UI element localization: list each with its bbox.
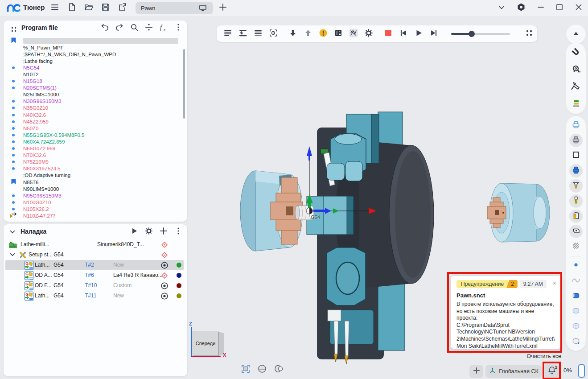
code-line[interactable]: N65G0Z2.959 bbox=[4, 145, 181, 152]
code-line[interactable]: ;OD Adaptive turning bbox=[4, 172, 181, 179]
notifications-bell-button[interactable]: 2 bbox=[545, 364, 559, 378]
toolpath-button[interactable] bbox=[349, 29, 358, 39]
sidebar-part-gray-button[interactable] bbox=[566, 133, 586, 148]
code-line[interactable]: N70X32.6 bbox=[4, 152, 181, 159]
code-line[interactable]: N40X32.6 bbox=[4, 111, 181, 118]
sidebar-part-outline-button[interactable] bbox=[566, 118, 586, 133]
chevron-down-icon[interactable] bbox=[9, 251, 18, 260]
sidebar-hatch-button[interactable] bbox=[566, 239, 586, 254]
open-file-button[interactable] bbox=[84, 3, 94, 13]
play-big-button[interactable] bbox=[414, 29, 424, 39]
wrap-lines-button[interactable] bbox=[223, 29, 233, 39]
line-gutter[interactable] bbox=[4, 80, 23, 82]
warning-notification[interactable]: Предупреждение 2 9:27 AM × Pawn.snct В п… bbox=[451, 276, 561, 349]
divide-button[interactable] bbox=[144, 24, 153, 33]
operation-row[interactable]: G Lath... G54 T#11 New bbox=[4, 291, 187, 301]
code-line[interactable]: N30G96S150M3 bbox=[4, 98, 181, 105]
minimize-button[interactable] bbox=[536, 3, 546, 13]
sidebar-band-grid-button[interactable] bbox=[566, 319, 586, 334]
expand-menu-button[interactable] bbox=[497, 4, 506, 13]
code-line[interactable]: %_N_Pawn_MPF bbox=[4, 44, 181, 51]
sidebar-stock-square-button[interactable] bbox=[566, 148, 586, 163]
code-line[interactable]: N105X26.2 bbox=[4, 206, 181, 212]
code-line[interactable]: N80X319Z524.5 bbox=[4, 165, 181, 172]
sidebar-band-solid-button[interactable] bbox=[566, 288, 586, 304]
align-lines-button[interactable] bbox=[253, 29, 263, 39]
sidebar-insert-button[interactable] bbox=[566, 224, 586, 239]
skip-start-button[interactable] bbox=[399, 29, 408, 39]
sidebar-band-light-button[interactable] bbox=[566, 304, 586, 319]
operation-row[interactable]: G OD F... G54 T#10 Custom bbox=[4, 280, 187, 291]
sidebar-camera-button[interactable] bbox=[566, 62, 586, 78]
code-line[interactable]: N55G1G95X-0.594M8F0.5 bbox=[4, 132, 181, 138]
arrow-down-button[interactable] bbox=[288, 29, 298, 39]
target-status-icon[interactable] bbox=[160, 260, 169, 269]
code-line[interactable]: N15G18 bbox=[4, 78, 181, 85]
code-line[interactable]: N75Z10M9 bbox=[4, 159, 181, 165]
plus-button[interactable] bbox=[159, 227, 168, 236]
code-line[interactable]: N25LIMS=1000 bbox=[4, 91, 181, 98]
kebab-button[interactable] bbox=[174, 227, 183, 236]
redo-button[interactable] bbox=[115, 24, 124, 33]
sidebar-band-dot-button[interactable] bbox=[566, 334, 586, 349]
undo-button[interactable] bbox=[100, 24, 109, 33]
line-gutter[interactable] bbox=[4, 37, 23, 44]
sphere-view-button[interactable] bbox=[255, 363, 269, 376]
grid-dots-button[interactable] bbox=[524, 29, 534, 39]
code-line[interactable]: N95G96S150M3 bbox=[4, 192, 181, 199]
code-line[interactable]: ;$PATH=/_N_WKS_DIR/_N_Pawn_WPD bbox=[4, 51, 181, 58]
line-gutter[interactable] bbox=[4, 114, 23, 116]
line-gutter[interactable] bbox=[4, 134, 23, 136]
line-gutter[interactable] bbox=[4, 161, 23, 163]
new-file-button[interactable] bbox=[67, 3, 77, 13]
line-gutter[interactable] bbox=[4, 154, 23, 157]
code-line[interactable] bbox=[4, 37, 181, 44]
diamond-status-icon[interactable] bbox=[160, 271, 169, 280]
line-gutter[interactable] bbox=[4, 107, 23, 109]
code-line[interactable]: ;Lathe facing bbox=[4, 58, 181, 64]
line-gutter[interactable] bbox=[4, 212, 23, 219]
menu-button[interactable] bbox=[50, 3, 60, 13]
sidebar-holder-button[interactable] bbox=[566, 209, 586, 224]
maximize-button[interactable] bbox=[555, 3, 564, 13]
operation-row[interactable]: G Lath... G54 T#2 New bbox=[4, 260, 187, 270]
clear-all-link[interactable]: Очистить все bbox=[526, 353, 561, 359]
stop-button[interactable] bbox=[383, 29, 393, 39]
target-status-icon[interactable] bbox=[160, 281, 169, 290]
code-line[interactable]: N5G54 bbox=[4, 64, 181, 71]
slider-thumb[interactable] bbox=[469, 31, 475, 37]
view-cube[interactable]: Z Спереди X bbox=[189, 321, 230, 363]
search-button[interactable] bbox=[130, 24, 139, 33]
global-cs-button[interactable]: Глобальная СК bbox=[485, 365, 542, 378]
panel-button[interactable] bbox=[333, 29, 343, 39]
notification-close-icon[interactable]: × bbox=[553, 280, 556, 287]
arrow-up-button[interactable] bbox=[303, 29, 313, 39]
machine-row[interactable]: Lathe-milli... Sinumerik840D_T... bbox=[4, 239, 187, 250]
code-line[interactable]: N45Z2.959 bbox=[4, 118, 181, 125]
sidebar-wave-button[interactable] bbox=[566, 273, 586, 288]
line-gutter[interactable] bbox=[4, 201, 23, 204]
sidebar-collapse-button[interactable] bbox=[566, 25, 586, 44]
setup-stage-row[interactable]: Setup st... G54 bbox=[4, 250, 187, 260]
cylinder-view-button[interactable] bbox=[272, 363, 285, 376]
code-line[interactable]: N85T6 bbox=[4, 179, 181, 185]
kebab-button[interactable] bbox=[174, 24, 183, 33]
sidebar-drill-button[interactable] bbox=[566, 194, 586, 209]
line-gutter[interactable] bbox=[4, 167, 23, 170]
warning-button[interactable] bbox=[318, 29, 328, 39]
close-button[interactable] bbox=[574, 3, 584, 13]
line-gutter[interactable] bbox=[4, 100, 23, 103]
code-line[interactable]: N110Z-47.277 bbox=[4, 212, 181, 219]
sidebar-magnet-button[interactable] bbox=[566, 45, 586, 62]
collapse-chevron-icon[interactable] bbox=[9, 228, 16, 237]
fit-view-button[interactable] bbox=[239, 363, 252, 376]
sidebar-part-blue-button[interactable] bbox=[566, 163, 586, 178]
line-gutter[interactable] bbox=[4, 179, 23, 185]
code-line[interactable]: N60X4.724Z2.659 bbox=[4, 138, 181, 145]
gear-button[interactable] bbox=[364, 29, 374, 39]
save-button[interactable] bbox=[101, 3, 111, 13]
sidebar-blue-dot-button[interactable] bbox=[566, 258, 586, 273]
code-line[interactable]: N20SETMS(1) bbox=[4, 85, 181, 91]
line-gutter[interactable] bbox=[4, 127, 23, 130]
skip-end-button[interactable] bbox=[429, 29, 439, 39]
